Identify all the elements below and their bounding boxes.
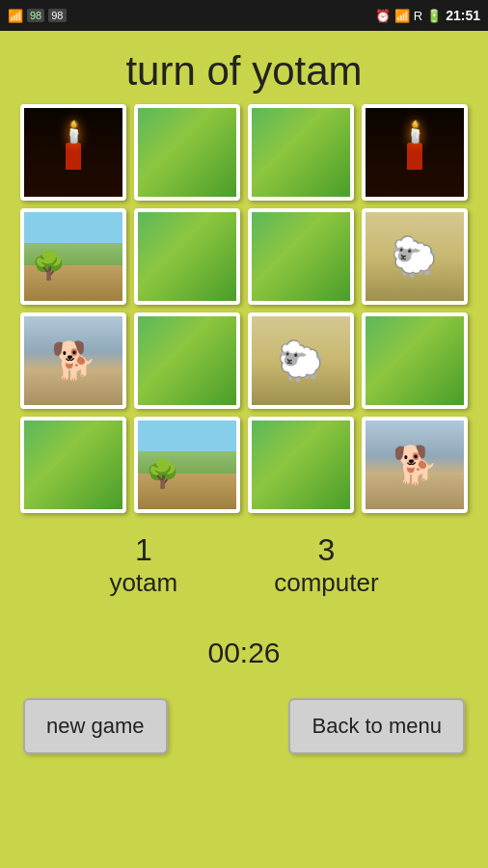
card-10[interactable]: 🐑 [248, 312, 354, 409]
card-14[interactable] [248, 417, 354, 513]
card-grid: 🕯️ 🕯️ 🌳 🐑 🐕 [0, 104, 488, 513]
landscape-image-4: 🌳 [24, 212, 122, 301]
sheep-image-10: 🐑 [252, 316, 350, 405]
player2-score: 3 [274, 532, 378, 568]
status-left-icons: 📶 98 98 [8, 9, 67, 23]
player2-name: computer [274, 568, 378, 598]
candle-image-0: 🕯️ [24, 108, 122, 197]
card-9[interactable] [134, 312, 240, 409]
green-card-9 [138, 316, 236, 405]
page-title: turn of yotam [0, 48, 488, 95]
battery-charging-icon: 🔋 [426, 9, 442, 23]
candle-image-3: 🕯️ [366, 108, 464, 197]
card-1[interactable] [134, 104, 240, 201]
landscape-image-13: 🌳 [138, 420, 236, 509]
green-card-11 [366, 316, 464, 405]
wifi-98-icon: 98 [48, 9, 66, 22]
card-5[interactable] [134, 208, 240, 305]
action-buttons: new game Back to menu [0, 698, 488, 754]
card-0[interactable]: 🕯️ [20, 104, 126, 201]
green-card-6 [252, 212, 350, 301]
sheep-image-7: 🐑 [366, 212, 464, 301]
card-11[interactable] [362, 312, 468, 409]
card-15[interactable]: 🐕 [362, 417, 468, 513]
wifi-icon: 📶 [394, 9, 410, 23]
battery-98-icon: 98 [27, 9, 44, 22]
card-6[interactable] [248, 208, 354, 305]
new-game-button[interactable]: new game [23, 698, 168, 754]
green-card-12 [24, 420, 122, 509]
status-right-icons: ⏰ 📶 R 🔋 21:51 [375, 8, 480, 23]
card-8[interactable]: 🐕 [20, 312, 126, 409]
player1-score-block: 1 yotam [109, 532, 177, 598]
green-card-5 [138, 212, 236, 301]
green-card-1 [138, 108, 236, 197]
time-display: 21:51 [446, 8, 480, 23]
scores-section: 1 yotam 3 computer [0, 532, 488, 598]
dog-image-15: 🐕 [366, 420, 464, 509]
card-7[interactable]: 🐑 [362, 208, 468, 305]
card-3[interactable]: 🕯️ [362, 104, 468, 201]
card-4[interactable]: 🌳 [20, 208, 126, 305]
card-13[interactable]: 🌳 [134, 417, 240, 513]
green-card-2 [252, 108, 350, 197]
back-to-menu-button[interactable]: Back to menu [288, 698, 465, 754]
status-bar: 📶 98 98 ⏰ 📶 R 🔋 21:51 [0, 0, 488, 31]
player1-name: yotam [109, 568, 177, 598]
alarm-icon: ⏰ [375, 9, 391, 23]
signal-icon: R [414, 9, 422, 23]
dog-image-8: 🐕 [24, 316, 122, 405]
card-12[interactable] [20, 417, 126, 513]
card-2[interactable] [248, 104, 354, 201]
green-card-14 [252, 420, 350, 509]
sim-icon: 📶 [8, 9, 23, 23]
timer-display: 00:26 [0, 637, 488, 669]
player1-score: 1 [109, 532, 177, 568]
player2-score-block: 3 computer [274, 532, 378, 598]
